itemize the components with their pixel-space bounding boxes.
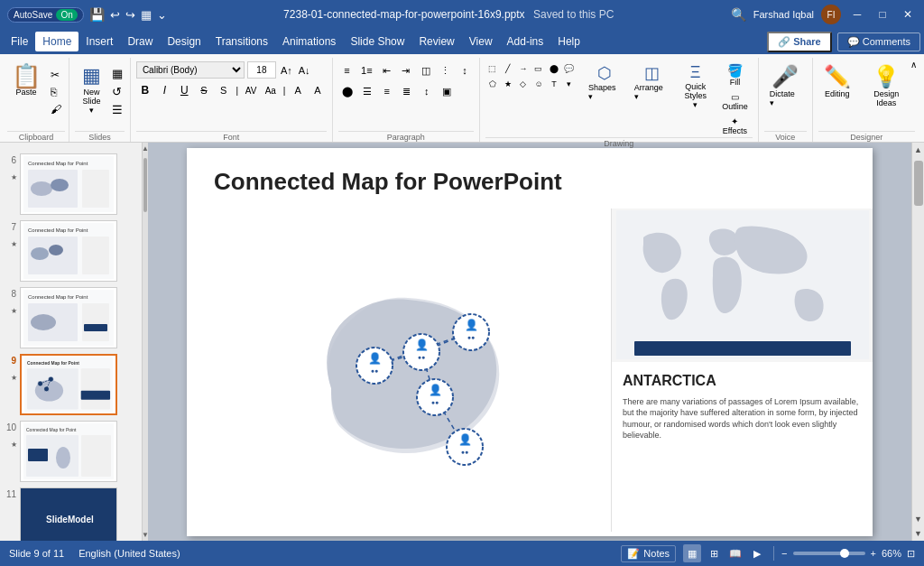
flowchart-shape[interactable]: ◇ [516,77,531,91]
present-icon[interactable]: ▦ [141,8,152,22]
font-family-select[interactable]: Calibri (Body) [136,61,245,79]
redo-icon[interactable]: ↪ [125,8,135,22]
menu-addins[interactable]: Add-ins [500,32,551,51]
more-shapes[interactable]: ▾ [562,77,577,91]
text-direction-button[interactable]: ↕ [456,61,474,79]
comments-button[interactable]: 💬 Comments [837,32,920,51]
slide-thumb-10[interactable]: 10 ★ Connected Map for Point [4,421,138,482]
close-button[interactable]: ✕ [899,5,917,23]
line-shape[interactable]: ╱ [501,61,515,76]
change-case-button[interactable]: Aa [262,81,280,99]
slide-thumb-7[interactable]: 7 ★ Connected Map for Point [4,220,138,282]
rect-shape[interactable]: ▭ [531,61,546,76]
align-center-button[interactable]: ☰ [358,82,376,100]
char-spacing-button[interactable]: AV [242,81,260,99]
align-left-button[interactable]: ⬤ [338,82,356,100]
new-slide-button[interactable]: ▦ NewSlide ▾ [75,61,108,117]
scroll-up-button[interactable]: ▲ [911,143,924,157]
slide-canvas[interactable]: Connected Map for PowerPoint [187,148,873,536]
font-decrease-button[interactable]: A↓ [297,64,312,77]
canvas-scrollbar[interactable]: ▲ ▼ ▼ [911,143,924,541]
slide-thumb-6[interactable]: 6 ★ Connected Map for Point [4,153,138,215]
menu-insert[interactable]: Insert [79,32,120,51]
autosave-toggle[interactable]: AutoSave On [7,7,84,23]
star-shape[interactable]: ★ [501,77,515,91]
pentagon-shape[interactable]: ⬠ [485,77,500,91]
menu-design[interactable]: Design [160,32,208,51]
search-icon[interactable]: 🔍 [731,7,746,22]
arrange-button[interactable]: ◫ Arrange ▾ [630,61,673,103]
align-right-button[interactable]: ≡ [378,82,396,100]
slideshow-button[interactable]: ▶ [748,544,766,562]
decrease-indent-button[interactable]: ⇤ [377,61,395,79]
zoom-in-button[interactable]: + [871,548,876,559]
scroll-end-button[interactable]: ▼ [911,526,924,541]
normal-view-button[interactable]: ▦ [683,544,701,562]
format-painter-button[interactable]: 🖌 [47,101,65,117]
layout-button[interactable]: ▦ [110,65,125,82]
menu-draw[interactable]: Draw [120,32,160,51]
callout-shape[interactable]: 💬 [562,61,577,76]
font-increase-button[interactable]: A↑ [279,64,294,77]
numbering-button[interactable]: 1≡ [357,61,375,79]
smart-art-button[interactable]: ◫ [417,61,435,79]
section-button[interactable]: ☰ [110,101,125,118]
scroll-down-button[interactable]: ▼ [911,512,924,526]
arrow-shape[interactable]: → [516,61,531,76]
save-icon[interactable]: 💾 [89,7,105,22]
user-avatar[interactable]: FI [821,5,841,24]
quick-styles-button[interactable]: Ξ QuickStyles ▾ [677,61,714,111]
oval-shape[interactable]: ⬤ [547,61,561,76]
slide-sorter-button[interactable]: ⊞ [705,544,723,562]
smiley-shape[interactable]: ☺ [531,77,546,91]
justify-button[interactable]: ≣ [398,82,416,100]
reset-button[interactable]: ↺ [110,83,125,100]
shadow-button[interactable]: S [215,81,233,99]
slide-thumb-11[interactable]: 11 SlideModel [4,487,138,541]
slide-thumb-9[interactable]: 9 ★ Connected Map for Point [4,354,138,415]
reading-view-button[interactable]: 📖 [726,544,744,562]
cut-button[interactable]: ✂ [47,67,65,83]
shapes-button[interactable]: ⬡ Shapes ▾ [584,61,626,103]
menu-file[interactable]: File [4,32,35,51]
menu-slideshow[interactable]: Slide Show [343,32,411,51]
scrollbar-thumb-slides[interactable] [143,158,147,212]
copy-button[interactable]: ⎘ [47,84,65,100]
textbox-shape[interactable]: T [547,77,561,91]
collapse-ribbon-button[interactable]: ∧ [907,58,920,71]
scroll-thumb[interactable] [914,161,923,206]
slide-thumb-8[interactable]: 8 ★ Connected Map for Point [4,287,138,348]
menu-home[interactable]: Home [35,32,79,51]
menu-review[interactable]: Review [411,32,461,51]
convert-button[interactable]: ▣ [438,82,456,100]
italic-button[interactable]: I [156,81,174,99]
fit-slide-button[interactable]: ⊡ [907,548,915,560]
line-spacing-button[interactable]: ↕ [418,82,436,100]
zoom-out-button[interactable]: − [781,548,787,559]
bold-button[interactable]: B [136,81,154,99]
menu-animations[interactable]: Animations [275,32,343,51]
shape-outline-button[interactable]: ▭ Outline [717,90,753,113]
shape-effects-button[interactable]: ✦ Effects [717,115,753,137]
underline-button[interactable]: U [175,81,193,99]
select-shape[interactable]: ⬚ [485,61,500,76]
minimize-button[interactable]: ─ [848,5,866,23]
font-color-button[interactable]: A [289,81,307,99]
menu-help[interactable]: Help [550,32,587,51]
zoom-slider[interactable] [793,552,865,555]
maximize-button[interactable]: □ [873,5,892,23]
notes-button[interactable]: 📝 Notes [621,545,676,562]
strikethrough-button[interactable]: S [195,81,213,99]
paste-button[interactable]: 📋 Paste [7,61,45,99]
dictate-button[interactable]: 🎤 Dictate ▾ [764,61,807,110]
highlight-button[interactable]: A [309,81,327,99]
increase-indent-button[interactable]: ⇥ [397,61,415,79]
more-commands-icon[interactable]: ⌄ [157,8,167,22]
columns-button[interactable]: ⋮ [436,61,454,79]
editing-button[interactable]: ✏️ Editing [818,61,856,101]
share-button[interactable]: 🔗 Share [767,32,832,52]
font-size-input[interactable] [247,61,276,79]
undo-icon[interactable]: ↩ [110,8,120,22]
menu-transitions[interactable]: Transitions [208,32,275,51]
shape-fill-button[interactable]: 🪣 Fill [717,61,753,88]
